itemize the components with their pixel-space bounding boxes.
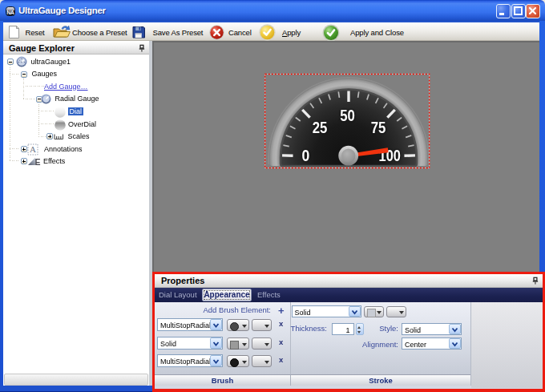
svg-text:50: 50 <box>340 107 355 125</box>
svg-text:E: E <box>34 157 40 167</box>
svg-text:A: A <box>30 144 36 154</box>
svg-text:75: 75 <box>371 118 386 136</box>
svg-text:0: 0 <box>301 146 309 165</box>
svg-text:25: 25 <box>313 118 328 136</box>
